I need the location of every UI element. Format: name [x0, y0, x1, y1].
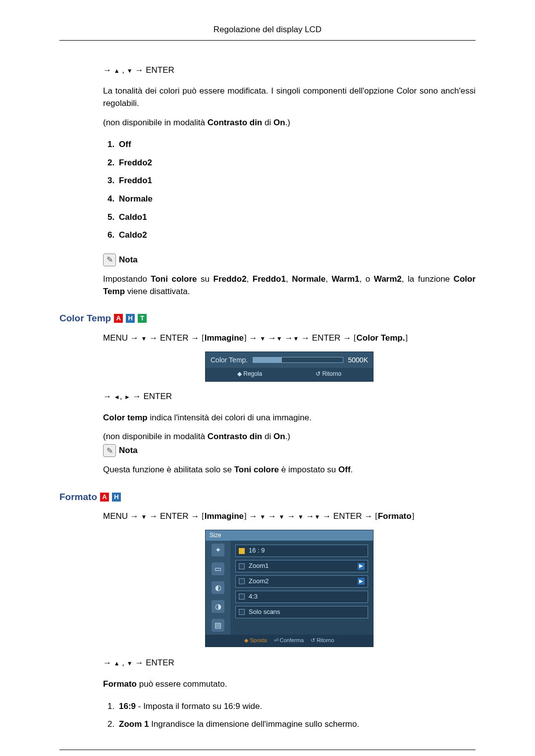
section-heading-formato: Formato A H	[59, 490, 476, 504]
arrow-right-icon	[268, 333, 276, 343]
tone-note-paragraph: Impostando Toni colore su Freddo2, Fredd…	[103, 273, 476, 298]
arrow-right-icon	[149, 511, 158, 521]
osd-tab-icon: ✦	[212, 544, 224, 556]
arrow-down-icon	[141, 333, 147, 343]
osd-item-label: Solo scans	[249, 607, 280, 617]
osd-item-bullet	[239, 578, 245, 584]
mode-tag-a: A	[114, 314, 123, 323]
footer-rule	[59, 750, 476, 750]
note-label: Nota	[119, 254, 138, 266]
arrow-right-icon	[103, 392, 111, 401]
nav-sequence-updown-enter: , ENTER	[103, 657, 476, 669]
nav-sequence-updown-enter: , ENTER	[103, 64, 476, 77]
page-title: Regolazione del display LCD	[59, 24, 476, 41]
arrow-right-icon	[103, 658, 111, 667]
osd-tab-icon: ◐	[212, 581, 224, 594]
note-label: Nota	[119, 445, 138, 457]
osd-color-temp-slider: Color Temp. 5000K ◆ Regola ↺ Ritorno	[205, 352, 374, 382]
mode-tag-h: H	[112, 493, 121, 502]
nav-sequence-leftright-enter: , ENTER	[103, 391, 476, 403]
formato-desc: Formato può essere commutato.	[103, 678, 476, 691]
arrow-right-icon	[135, 658, 143, 667]
arrow-right-nav-icon	[124, 392, 130, 401]
tone-option: Normale	[117, 190, 476, 208]
enter-label: ENTER	[146, 65, 174, 75]
mode-tag-t: T	[138, 314, 147, 323]
intro-paragraph-2: (non disponibile in modalità Contrasto d…	[103, 117, 476, 129]
arrow-down-icon	[279, 511, 285, 521]
color-temp-na: (non disponibile in modalità Contrasto d…	[103, 431, 476, 443]
note-icon: ✎	[103, 444, 116, 457]
enter-label: ENTER	[143, 392, 172, 401]
tone-options-list: Off Freddo2 Freddo1 Normale Caldo1 Caldo…	[117, 136, 476, 245]
tone-option: Off	[117, 136, 476, 154]
menu-path-color-temp: MENU ENTER [Immagine] ENTER [Color Temp.…	[103, 332, 476, 345]
note-block: ✎ Nota	[103, 253, 476, 266]
arrow-right-icon	[191, 511, 199, 521]
tone-option: Caldo2	[117, 226, 476, 245]
arrow-down-icon	[127, 65, 133, 75]
formato-list-item: 16:9 - Imposta il formato su 16:9 wide.	[117, 698, 476, 716]
osd-item-list: 16 : 9 Zoom1 ▶ Zoom2 ▶ 4:3	[230, 541, 373, 635]
color-temp-desc: Color temp indica l'intensità dei colori…	[103, 412, 476, 424]
arrow-right-icon	[343, 333, 351, 343]
arrow-up-icon	[114, 65, 120, 75]
osd-item-label: 16 : 9	[249, 546, 265, 555]
menu-path-formato: MENU ENTER [Immagine] ENTER [Formato]	[103, 510, 476, 523]
mode-tag-h: H	[126, 314, 135, 323]
arrow-right-icon	[301, 333, 310, 343]
osd-item: Zoom1 ▶	[235, 560, 368, 572]
osd-item-label: Zoom1	[249, 561, 268, 571]
osd-tab-icon: ◑	[212, 600, 224, 613]
arrow-right-icon	[322, 511, 331, 521]
arrow-down-icon	[141, 511, 147, 521]
tone-option: Freddo1	[117, 172, 476, 190]
formato-list-item: Zoom 1 Ingrandisce la dimensione dell'im…	[117, 715, 476, 734]
osd-slider-label: Color Temp.	[211, 355, 248, 365]
section-title: Formato	[59, 490, 97, 504]
osd-hint-return: ↺ Ritorno	[316, 370, 341, 378]
osd-hint-adjust: ◆ Regola	[237, 370, 262, 378]
osd-item: 16 : 9	[235, 545, 368, 557]
osd-item: Zoom2 ▶	[235, 575, 368, 588]
chevron-right-icon: ▶	[358, 563, 365, 570]
chevron-right-icon: ▶	[358, 578, 365, 585]
osd-item-label: 4:3	[249, 592, 258, 602]
arrow-right-icon	[306, 511, 315, 521]
arrow-down-icon	[298, 511, 304, 521]
arrow-right-icon	[103, 65, 111, 75]
mode-tag-a: A	[100, 493, 109, 502]
osd-size-menu: Size ✦ ▭ ◐ ◑ ▤ 16 : 9 Zoom1 ▶	[205, 530, 374, 647]
formato-list: 16:9 - Imposta il formato su 16:9 wide. …	[117, 698, 476, 734]
arrow-right-icon	[268, 511, 276, 521]
osd-hint-return: ↺ Ritorno	[311, 637, 334, 645]
note-block: ✎ Nota	[103, 444, 476, 457]
osd-item-label: Zoom2	[249, 577, 268, 586]
arrow-left-nav-icon	[114, 392, 120, 401]
arrow-down-icon	[315, 511, 321, 521]
enter-label: ENTER	[146, 658, 174, 667]
note-icon: ✎	[103, 253, 116, 266]
osd-item-bullet	[239, 548, 245, 554]
section-title: Color Temp	[59, 311, 111, 325]
osd-footer-hints: ◆ Sposta ⏎ Conferma ↺ Ritorno	[206, 635, 373, 647]
osd-menu-title: Size	[206, 530, 373, 541]
osd-item: Solo scans	[235, 606, 368, 618]
arrow-right-icon	[364, 511, 373, 521]
arrow-right-icon	[284, 333, 293, 343]
tone-option: Caldo1	[117, 208, 476, 227]
arrow-right-icon	[287, 511, 295, 521]
arrow-right-icon	[249, 333, 257, 343]
osd-slider-value: 5000K	[348, 355, 368, 365]
osd-tab-icon: ▭	[212, 562, 224, 575]
color-temp-note2: Questa funzione è abilitata solo se Toni…	[103, 464, 476, 476]
arrow-down-icon	[293, 333, 299, 343]
osd-hint-move: ◆ Sposta	[244, 637, 267, 645]
arrow-right-icon	[135, 65, 143, 75]
osd-item-bullet	[239, 563, 245, 569]
arrow-down-icon	[127, 658, 133, 667]
arrow-right-icon	[130, 511, 139, 521]
intro-paragraph-1: La tonalità dei colori può essere modifi…	[103, 85, 476, 109]
arrow-down-icon	[260, 511, 266, 521]
osd-hint-confirm: ⏎ Conferma	[274, 637, 304, 645]
